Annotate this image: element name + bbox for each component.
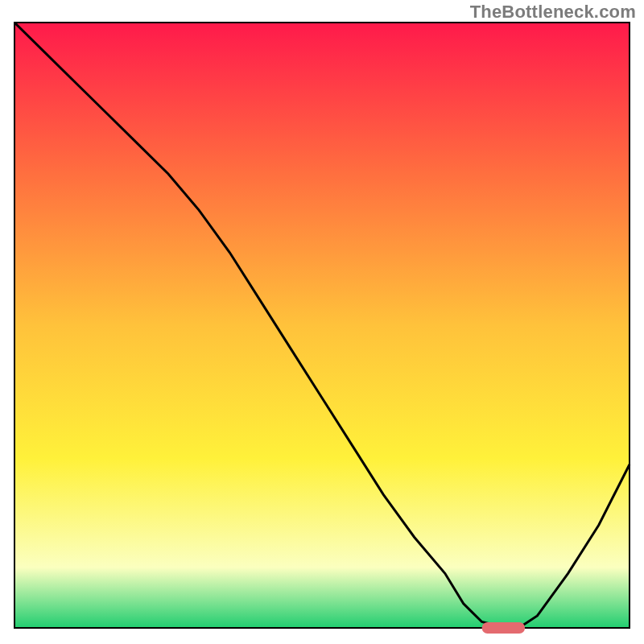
chart-stage: TheBottleneck.com [0,0,644,644]
optimal-marker [482,622,526,634]
bottleneck-chart [0,0,644,644]
